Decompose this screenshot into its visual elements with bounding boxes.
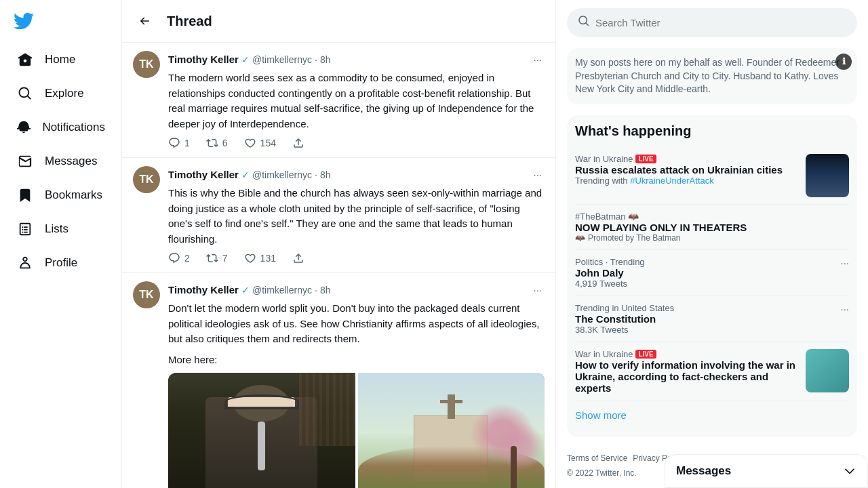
tweet-3: TK Timothy Keller ✓ @timkellernyc · 8h ·… xyxy=(122,273,555,488)
like-count-2: 131 xyxy=(260,253,276,264)
happening-title: What's happening xyxy=(575,123,849,139)
trend-meta-4: 38.3K Tweets xyxy=(575,325,674,335)
tweet-3-header: Timothy Keller ✓ @timkellernyc · 8h ··· xyxy=(168,281,545,298)
thread-title: Thread xyxy=(167,14,212,29)
trend-category-3: Politics · Trending xyxy=(575,257,645,267)
like-btn-2[interactable]: 131 xyxy=(244,252,276,264)
sidebar-item-notifications-label: Notifications xyxy=(42,121,105,134)
tweet-time-ago-3: 8h xyxy=(320,285,331,296)
sidebar-item-lists-label: Lists xyxy=(45,222,68,236)
trend-image-1 xyxy=(806,154,849,197)
back-button[interactable] xyxy=(133,9,156,33)
trend-name-1: Russia escalates attack on Ukrainian cit… xyxy=(575,164,800,176)
trend-meta-3: 4,919 Tweets xyxy=(575,279,645,289)
whats-happening-section: What's happening War in Ukraine LIVE Rus… xyxy=(567,115,857,437)
trend-category-5: War in Ukraine LIVE xyxy=(575,349,800,359)
tweet-time-dot-2: · xyxy=(315,169,317,180)
tweet-more-btn-3[interactable]: ··· xyxy=(530,281,545,298)
terms-link[interactable]: Terms of Service xyxy=(567,453,627,463)
tweet-time-dot-3: · xyxy=(315,285,317,296)
bookmark-icon xyxy=(16,186,34,204)
left-sidebar: Home Explore Notifications Messages Book… xyxy=(0,0,122,488)
trend-item-2[interactable]: #TheBatman 🦇 NOW PLAYING ONLY IN THEATER… xyxy=(575,205,849,250)
chevron-down-icon xyxy=(843,464,856,478)
tweet-more-btn-2[interactable]: ··· xyxy=(530,166,545,183)
search-input[interactable] xyxy=(595,17,846,28)
tweet-actions-2: 2 7 131 xyxy=(168,252,545,264)
trend-meta-1: Trending with #UkraineUnderAttack xyxy=(575,176,800,186)
tweet-2: TK Timothy Keller ✓ @timkellernyc · 8h ·… xyxy=(122,158,555,273)
trend-info-4: Trending in United States The Constituti… xyxy=(575,303,674,335)
trend-image-5 xyxy=(806,349,849,392)
trend-info-3: Politics · Trending John Daly 4,919 Twee… xyxy=(575,257,645,289)
tweet-time-ago-2: 8h xyxy=(320,169,331,180)
reply-count-1: 1 xyxy=(184,138,190,148)
trend-more-btn-4[interactable]: ··· xyxy=(840,303,849,314)
live-badge-1: LIVE xyxy=(635,155,656,163)
reply-btn-1[interactable]: 1 xyxy=(168,137,190,149)
sidebar-item-bookmarks[interactable]: Bookmarks xyxy=(8,180,113,211)
show-more-link[interactable]: Show more xyxy=(575,401,849,429)
thread-header: Thread xyxy=(122,0,555,43)
avatar-2: TK xyxy=(133,166,160,193)
media-item-church[interactable] xyxy=(358,373,545,488)
tweet-1-author: Timothy Keller ✓ @timkellernyc · 8h xyxy=(168,54,331,65)
author-name-1: Timothy Keller xyxy=(168,54,239,65)
trend-name-3: John Daly xyxy=(575,267,645,279)
tweet-actions-1: 1 6 154 xyxy=(168,137,545,149)
sidebar-item-explore[interactable]: Explore xyxy=(8,78,113,109)
trend-name-4: The Constitution xyxy=(575,313,674,325)
sidebar-item-home[interactable]: Home xyxy=(8,44,113,75)
author-handle-3: @timkellernyc xyxy=(252,285,312,296)
sidebar-item-notifications[interactable]: Notifications xyxy=(8,112,113,143)
tweet-1-header: Timothy Keller ✓ @timkellernyc · 8h ··· xyxy=(168,51,545,68)
retweet-btn-1[interactable]: 6 xyxy=(206,137,228,149)
trend-item-1[interactable]: War in Ukraine LIVE Russia escalates att… xyxy=(575,147,849,205)
author-handle-1: @timkellernyc xyxy=(252,54,312,65)
main-content: Thread TK Timothy Keller ✓ @timkellernyc… xyxy=(122,0,556,488)
share-btn-2[interactable] xyxy=(292,252,304,264)
twitter-logo[interactable] xyxy=(8,5,113,39)
tweet-2-author: Timothy Keller ✓ @timkellernyc · 8h xyxy=(168,169,331,180)
tweet-text-3: Don't let the modern world split you. Do… xyxy=(168,301,545,347)
trend-more-btn-3[interactable]: ··· xyxy=(840,257,849,268)
sidebar-item-explore-label: Explore xyxy=(45,87,84,100)
sidebar-item-messages-label: Messages xyxy=(45,155,97,168)
trend-row-5: War in Ukraine LIVE How to verify inform… xyxy=(575,349,849,394)
retweet-count-1: 6 xyxy=(222,138,228,148)
right-sidebar: My son posts here on my behalf as well. … xyxy=(556,0,868,488)
tweet-more-btn-1[interactable]: ··· xyxy=(530,51,545,68)
like-btn-1[interactable]: 154 xyxy=(244,137,276,149)
media-item-person[interactable] xyxy=(168,373,355,488)
sidebar-item-profile-label: Profile xyxy=(45,256,77,270)
tweet-text-more-3: More here: xyxy=(168,352,545,368)
trend-item-5[interactable]: War in Ukraine LIVE How to verify inform… xyxy=(575,342,849,401)
bell-icon xyxy=(16,119,31,136)
promoted-label-2: 🦇 Promoted by The Batman xyxy=(575,233,849,243)
trend-item-4[interactable]: Trending in United States The Constituti… xyxy=(575,296,849,342)
tweet-2-header: Timothy Keller ✓ @timkellernyc · 8h ··· xyxy=(168,166,545,183)
retweet-btn-2[interactable]: 7 xyxy=(206,252,228,264)
sidebar-item-home-label: Home xyxy=(45,53,75,66)
user-icon xyxy=(16,254,34,272)
search-bar[interactable] xyxy=(567,8,857,37)
explore-icon xyxy=(16,85,34,102)
messages-bar[interactable]: Messages xyxy=(665,454,868,488)
sidebar-item-messages[interactable]: Messages xyxy=(8,146,113,177)
tweet-2-body: Timothy Keller ✓ @timkellernyc · 8h ··· … xyxy=(168,166,545,264)
trend-item-3[interactable]: Politics · Trending John Daly 4,919 Twee… xyxy=(575,250,849,296)
sidebar-item-lists[interactable]: Lists xyxy=(8,214,113,245)
avatar-3: TK xyxy=(133,281,160,308)
trend-name-2: NOW PLAYING ONLY IN THEATERS xyxy=(575,222,849,233)
verified-badge-3: ✓ xyxy=(241,285,250,296)
profile-bio-text: My son posts here on my behalf as well. … xyxy=(575,57,840,94)
sidebar-item-bookmarks-label: Bookmarks xyxy=(45,188,102,202)
share-btn-1[interactable] xyxy=(292,137,304,149)
tweet-time-1: · xyxy=(315,54,317,65)
reply-btn-2[interactable]: 2 xyxy=(168,252,190,264)
trend-info-5: War in Ukraine LIVE How to verify inform… xyxy=(575,349,800,394)
trend-category-4: Trending in United States xyxy=(575,303,674,313)
sidebar-item-profile[interactable]: Profile xyxy=(8,247,113,279)
info-button[interactable]: ℹ xyxy=(835,54,852,70)
author-name-2: Timothy Keller xyxy=(168,169,239,180)
